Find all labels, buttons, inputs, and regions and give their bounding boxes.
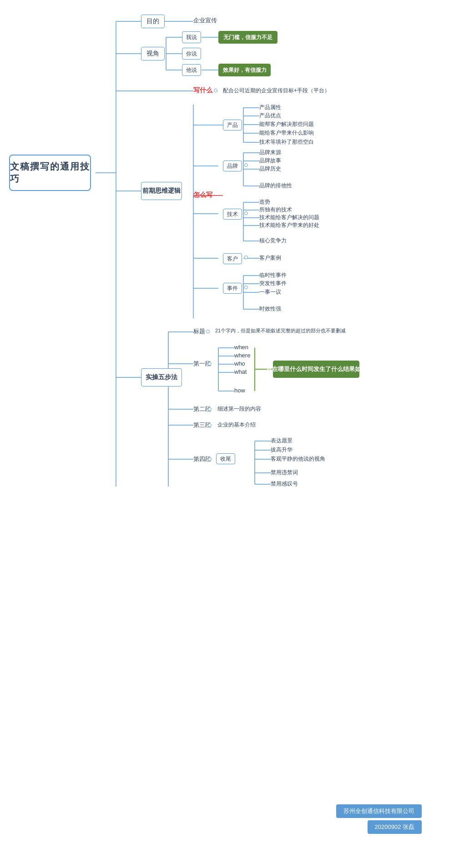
kehu-item-0: 客户案例 [259,254,281,262]
di1-item-1: where [234,352,250,359]
page-container: 文稿撰写的通用技巧 目的 企业宣传 视角 我说 你说 他说 无门槛，信服力不足 … [0,0,449,868]
company-name: 苏州全创通信科技有限公司 [343,808,414,814]
woshuo-green: 无门槛，信服力不足 [218,31,277,44]
company-box: 苏州全创通信科技有限公司 [336,804,422,818]
xieshenme-label: 写什么 [193,86,212,95]
brand-item-3: 品牌的排他性 [259,182,292,190]
brand-item-2: 品牌历史 [259,165,281,173]
date-author: 20200902 张磊 [375,823,414,830]
brand-item-0: 品牌来源 [259,149,281,156]
di1-item-3: what [234,368,247,375]
shijian-item-2: 一事一议 [259,288,281,296]
di3duan-dot [208,423,212,427]
tech-node: 技术 [223,209,242,220]
brand-item-1: 品牌故事 [259,157,281,165]
mudi-sub: 企业宣传 [193,16,217,25]
brand-dot [244,163,248,167]
di2duan-sub: 细述第一段的内容 [217,405,261,413]
zenmexi-label: 怎么写 [193,191,212,199]
di1-item-0: when [234,344,248,351]
mudi-node: 目的 [141,15,165,28]
tech-item-3: 技术能给客户带来的好处 [259,221,319,229]
shijian-node: 事件 [223,283,242,294]
shijian-item-3: 时效性强 [259,305,281,313]
di4-item-3: 禁用违禁词 [271,469,298,477]
kehu-node: 客户 [223,253,242,264]
main-title: 文稿撰写的通用技巧 [10,161,90,185]
di3duan-sub: 企业的基本介绍 [217,421,256,429]
di1-item-4: how [234,387,245,394]
shijian-dot [244,286,248,289]
di4-item-4: 禁用感叹号 [271,480,298,488]
shicao-node: 实操五步法 [141,368,182,386]
xieshenme-dot [214,89,217,92]
product-item-4: 技术等填补了那些空白 [259,138,314,146]
biaoti-dot [206,330,210,333]
biaoti-sub: 21个字内，但是如果不能叙述完整的超过的部分也不要删减 [215,327,346,334]
xieshenme-sub: 配合公司近期的企业宣传目标+手段（平台） [223,87,330,95]
nishuo-node: 你说 [182,48,201,60]
tech-item-0: 造势 [259,198,270,206]
main-title-box: 文稿撰写的通用技巧 [9,155,91,191]
di4-item-1: 拔高升华 [271,446,293,454]
tech-dot [244,211,248,215]
qianqi-node: 前期思维逻辑 [141,182,182,200]
shijian-item-0: 临时性事件 [259,271,287,279]
biaoti-label: 标题 [193,327,205,336]
product-node: 产品 [223,120,242,130]
product-item-1: 产品优点 [259,112,281,120]
woshuo-node: 我说 [182,31,201,43]
tech-item-2: 技术能给客户解决的问题 [259,214,319,221]
di2duan-dot [208,407,212,411]
di1-item-2: who [234,360,245,367]
di4-item-0: 表达愿景 [271,437,293,445]
shijian-item-1: 突发性事件 [259,280,287,287]
product-item-2: 能帮客户解决那些问题 [259,120,314,128]
tashuo-green: 效果好，有信服力 [218,64,271,76]
brand-node: 品牌 [223,161,242,171]
product-item-0: 产品属性 [259,104,281,111]
tashuo-node: 他说 [182,64,201,76]
di1-green: 谁在哪里什么时间发生了什么结果如何 [273,361,359,378]
di1duan-dot [208,362,212,366]
tech-item-1: 所独有的技术 [259,206,292,214]
di4-item-2: 客观平静的他说的视角 [271,455,325,463]
showei-node: 收尾 [216,453,235,464]
kehu-dot [244,256,248,259]
di4duan-dot [208,457,212,461]
tech-item-4: 核心竞争力 [259,237,287,245]
shijiao-node: 视角 [141,47,165,60]
product-item-3: 能给客户带来什么影响 [259,129,314,137]
date-box: 20200902 张磊 [368,820,422,834]
